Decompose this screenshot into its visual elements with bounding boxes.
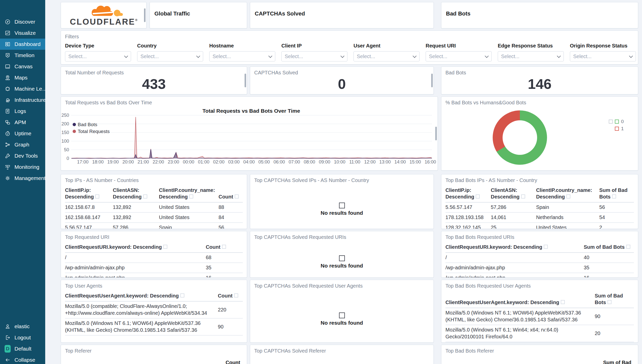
sort-icon[interactable] [163, 245, 167, 249]
sidebar-item-dev-tools[interactable]: Dev Tools [0, 150, 45, 161]
sidebar-item-logs[interactable]: Logs [0, 106, 45, 117]
select-placeholder: Select... [429, 54, 447, 59]
client-ip-filter-select[interactable]: Select... [281, 51, 347, 61]
column-header[interactable]: Count [226, 360, 240, 364]
legend-label: 1 [621, 126, 624, 131]
legend-item-0[interactable]: 0 [609, 118, 624, 125]
table-row: 128.32.162.14525United States2 [445, 223, 634, 229]
table-row: /wp-admin/admin-ajax.php35 [65, 263, 243, 273]
table-row: Mozilla/5.0 (Windows NT 6.1; WOW64) Appl… [445, 308, 634, 325]
sidebar-item-label: Uptime [14, 130, 31, 137]
sidebar-item-visualize[interactable]: Visualize [0, 27, 45, 39]
sidebar-item-infrastructure[interactable]: Infrastructure [0, 94, 45, 106]
legend-item-total-requests[interactable]: Total Requests [73, 128, 110, 135]
sidebar-item-timelion[interactable]: Timelion [0, 50, 45, 61]
sidebar-item-canvas[interactable]: Canvas [0, 61, 45, 72]
column-header[interactable]: Sum of Bad Bots [584, 244, 634, 253]
column-header[interactable]: Sum of Bad [603, 360, 631, 364]
sidebar-item-elastic[interactable]: elastic [0, 321, 45, 332]
sidebar-item-management[interactable]: Management [0, 173, 45, 184]
panel-scrollbar[interactable] [144, 8, 146, 22]
hostname-filter-select[interactable]: Select... [209, 51, 275, 61]
sidebar-item-discover[interactable]: Discover [0, 16, 45, 27]
sort-icon[interactable] [476, 194, 480, 198]
chevron-down-icon [557, 54, 561, 58]
sort-icon[interactable] [521, 194, 525, 198]
column-header[interactable]: Count [206, 244, 243, 253]
svg-text:150: 150 [61, 130, 69, 135]
sort-icon[interactable] [612, 194, 616, 198]
sidebar-item-apm[interactable]: APM [0, 117, 45, 128]
sidebar-item-logout[interactable]: Logout [0, 332, 45, 343]
sort-icon[interactable] [180, 293, 184, 297]
sort-icon[interactable] [544, 245, 548, 249]
panel-scrollbar[interactable] [245, 74, 246, 87]
sidebar-item-dashboard[interactable]: Dashboard [0, 39, 45, 50]
panel-scrollbar[interactable] [431, 74, 433, 87]
sidebar-item-graph[interactable]: Graph [0, 139, 45, 150]
request-uri-filter-select[interactable]: Select... [426, 51, 492, 61]
chevron-down-icon [124, 54, 128, 58]
sort-icon[interactable] [626, 245, 630, 249]
device-type-filter-select[interactable]: Select... [65, 51, 131, 61]
select-placeholder: Select... [213, 54, 231, 59]
no-results-text: No results found [250, 320, 434, 326]
sidebar-item-label: Graph [14, 142, 29, 148]
cloudflare-logo-panel: CLOUDFLARE® [61, 2, 147, 28]
sort-icon[interactable] [189, 194, 193, 198]
timelion-icon [5, 52, 11, 58]
sort-icon[interactable] [234, 293, 238, 297]
sort-icon[interactable] [235, 194, 239, 198]
table-cell: Mozilla/5.0 (Windows NT 6.1; Win64; x64;… [445, 325, 595, 342]
origin-response-status-filter-select[interactable]: Select... [570, 51, 636, 61]
filter-label: Device Type [65, 43, 137, 49]
sidebar-item-monitoring[interactable]: Monitoring [0, 161, 45, 173]
column-header[interactable]: ClientRequestUserAgent.keyword: Descendi… [65, 292, 218, 301]
column-header[interactable]: ClientASN: Descending [491, 187, 536, 202]
graph-icon [5, 142, 11, 148]
table-cell: 68 [206, 253, 243, 263]
sort-icon[interactable] [143, 194, 147, 198]
column-header[interactable]: ClientASN: Descending [113, 187, 159, 202]
legend-item-1[interactable]: 1 [609, 125, 624, 132]
column-header[interactable]: Count [218, 187, 243, 202]
sidebar-nav: DiscoverVisualizeDashboardTimelionCanvas… [0, 16, 45, 184]
sort-icon[interactable] [95, 194, 99, 198]
column-header[interactable]: Sum of Bad Bots [595, 292, 634, 308]
infrastructure-icon [5, 97, 11, 103]
panel-scrollbar[interactable] [435, 127, 437, 140]
data-table: ClientRequestURI.keyword: DescendingSum … [445, 244, 634, 278]
sidebar-item-default[interactable]: DDefault [0, 343, 45, 354]
sidebar-item-label: Default [14, 346, 31, 352]
sidebar-item-collapse[interactable]: Collapse [0, 354, 45, 364]
filter-group-hostname: HostnameSelect... [209, 43, 281, 61]
column-header[interactable]: ClientRequestURI.keyword: Descending [445, 244, 584, 253]
table-cell: / [65, 253, 206, 263]
column-header[interactable]: ClientIP.ip: Descending [65, 187, 113, 202]
sidebar-item-machine-le[interactable]: Machine Le… [0, 83, 45, 94]
sort-icon[interactable] [566, 194, 570, 198]
country-filter-select[interactable]: Select... [137, 51, 203, 61]
sidebar-item-uptime[interactable]: Uptime [0, 128, 45, 139]
column-header[interactable]: Sum of Bad Bots [599, 187, 634, 202]
sort-icon[interactable] [222, 245, 226, 249]
column-header[interactable]: Count [218, 292, 243, 301]
svg-text:11:00: 11:00 [349, 159, 360, 164]
legend-item-bad-bots[interactable]: Bad Bots [73, 121, 110, 128]
table-cell: Spain [159, 223, 219, 229]
table-row: 178.128.193.15814,061Netherlands54 [445, 212, 634, 223]
user-icon [5, 323, 11, 329]
column-header[interactable]: ClientRequestUserAgent.keyword: Descendi… [445, 292, 595, 308]
sidebar-item-maps[interactable]: Maps [0, 72, 45, 83]
edge-response-status-filter-select[interactable]: Select... [498, 51, 564, 61]
column-header[interactable]: ClientIP.ip: Descending [445, 187, 491, 202]
column-header[interactable]: ClientRequestURI.keyword: Descending [65, 244, 206, 253]
legend-filter-icon[interactable] [609, 120, 613, 124]
column-header[interactable]: ClientIP.country_name: Descending [536, 187, 599, 202]
user-agent-filter-select[interactable]: Select... [354, 51, 420, 61]
sort-icon[interactable] [607, 300, 612, 304]
column-header[interactable]: ClientIP.country_name: Descending [159, 187, 219, 202]
sort-icon[interactable] [561, 300, 565, 304]
table-row: 5.56.57.14757,286Spain56 [65, 223, 243, 229]
svg-text:23:00: 23:00 [168, 159, 179, 164]
